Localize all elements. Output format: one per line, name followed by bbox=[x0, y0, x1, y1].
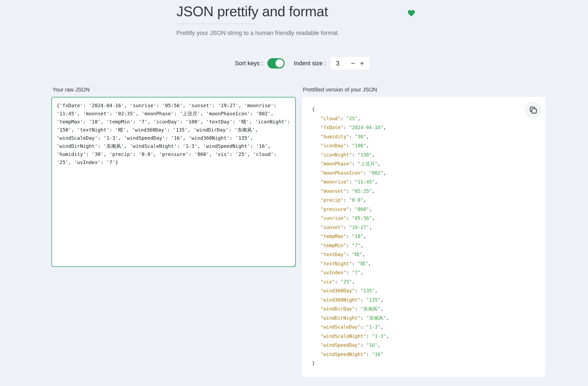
indent-decrement-button[interactable]: − bbox=[350, 60, 356, 67]
json-line: "wind360Day": "135", bbox=[312, 286, 524, 296]
json-line: "textNight": "晴", bbox=[312, 259, 524, 269]
json-line: "humidity": "30", bbox=[312, 132, 524, 142]
prettified-json-card: { "cloud": "25", "fxDate": "2024-04-16",… bbox=[302, 97, 545, 377]
page-title: JSON prettify and format bbox=[176, 3, 339, 20]
json-line: "sunrise": "05:56", bbox=[312, 214, 524, 223]
json-line: "iconDay": "100", bbox=[312, 141, 524, 151]
json-line: { bbox=[312, 105, 524, 114]
json-line: "moonset": "02:35", bbox=[312, 187, 524, 196]
json-line: "uvIndex": "7", bbox=[312, 268, 524, 277]
page-header: JSON prettify and format Prettify your J… bbox=[176, 3, 339, 37]
copy-icon bbox=[529, 106, 537, 114]
json-line: "moonPhase": "上弦月", bbox=[312, 159, 524, 169]
sort-keys-toggle[interactable] bbox=[267, 58, 285, 68]
json-line: "textDay": "晴", bbox=[312, 250, 524, 259]
json-line: "windScaleDay": "1-3", bbox=[312, 323, 524, 332]
json-line: "moonrise": "11:45", bbox=[312, 178, 524, 187]
prettified-json-label: Prettified version of your JSON bbox=[303, 87, 377, 93]
json-line: "moonPhaseIcon": "802", bbox=[312, 169, 524, 178]
copy-button[interactable] bbox=[525, 102, 541, 118]
raw-json-label: Your raw JSON bbox=[52, 87, 90, 93]
sort-keys-label: Sort keys : bbox=[235, 60, 263, 67]
json-line: "tempMin": "7", bbox=[312, 241, 524, 250]
json-line: "windDirNight": "东南风", bbox=[312, 314, 524, 323]
json-line: "sunset": "19:27", bbox=[312, 223, 524, 232]
indent-size-stepper: 3 − + bbox=[330, 57, 370, 70]
title-underline bbox=[176, 24, 258, 24]
controls-bar: Sort keys : Indent size : 3 − + bbox=[235, 56, 370, 70]
raw-json-input[interactable]: {'fxDate': '2024-04-16', 'sunrise': '05:… bbox=[51, 97, 296, 267]
json-line: "cloud": "25", bbox=[312, 114, 524, 123]
json-output-code: { "cloud": "25", "fxDate": "2024-04-16",… bbox=[312, 105, 524, 372]
json-line: } bbox=[312, 359, 524, 368]
indent-increment-button[interactable]: + bbox=[359, 60, 365, 67]
json-line: "fxDate": "2024-04-16", bbox=[312, 123, 524, 132]
json-line: "wind360Night": "135", bbox=[312, 296, 524, 305]
heart-icon bbox=[408, 10, 415, 17]
json-line: "windSpeedNight": "16" bbox=[312, 350, 524, 359]
json-line: "windScaleNight": "1-3", bbox=[312, 332, 524, 341]
toggle-knob bbox=[275, 59, 284, 67]
json-line: "iconNight": "150", bbox=[312, 151, 524, 160]
json-line: "precip": "0.0", bbox=[312, 196, 524, 205]
indent-size-label: Indent size : bbox=[294, 60, 326, 67]
json-line: "vis": "25", bbox=[312, 277, 524, 287]
json-line: "tempMax": "18", bbox=[312, 232, 524, 241]
json-line: "windDirDay": "东南风", bbox=[312, 305, 524, 314]
json-line: "windSpeedDay": "16", bbox=[312, 341, 524, 350]
json-line: "pressure": "860", bbox=[312, 205, 524, 214]
page-subtitle: Prettify your JSON string to a human fri… bbox=[176, 30, 339, 37]
indent-size-value[interactable]: 3 bbox=[336, 60, 350, 67]
